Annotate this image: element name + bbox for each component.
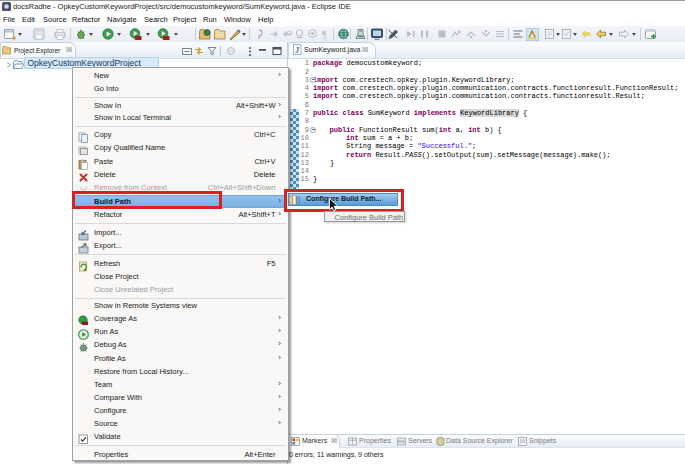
svg-text:¶: ¶ <box>322 29 327 40</box>
svg-text:J: J <box>294 46 299 55</box>
